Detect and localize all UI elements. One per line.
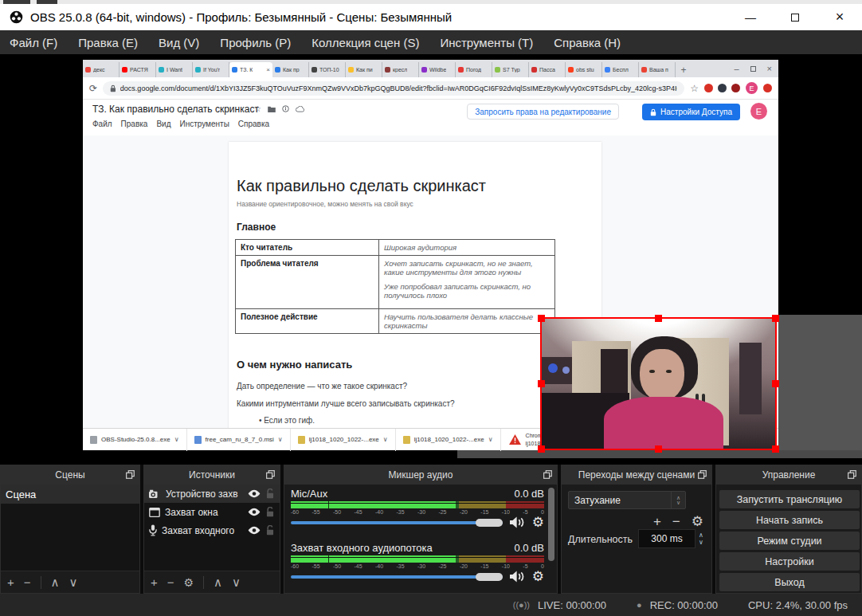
remove-source-button[interactable]: − [167,575,174,589]
docs-cloud-icon[interactable] [296,106,304,112]
source-properties-gear-icon[interactable]: ⚙ [184,576,194,589]
channel-gear-icon[interactable]: ⚙ [532,517,544,528]
move-scene-down-button[interactable]: ∨ [69,575,78,590]
chrome-tab[interactable]: obs stu [566,62,602,77]
close-button[interactable]: × [817,4,862,30]
chevron-down-icon[interactable]: ∨ [278,436,283,443]
chrome-tab[interactable]: I Want [156,62,193,77]
source-row-audio-input[interactable]: Захват входного [144,521,280,539]
mixer-scrollbar[interactable] [548,488,554,561]
transition-select[interactable]: Затухание ∧ ∨ [568,491,686,509]
download-item[interactable]: lj1018_1020_1022-...exe ∨ [396,429,501,451]
resize-handle-bottom-left[interactable] [538,445,545,453]
sources-panel-header[interactable]: Источники [144,465,280,485]
docs-menu-item[interactable]: Инструменты [179,120,229,128]
docs-star-icon[interactable]: ☆ [254,104,261,113]
menu-item[interactable]: Профиль (P) [220,36,291,49]
speaker-icon[interactable] [510,516,525,528]
unlock-icon[interactable] [265,507,275,517]
preview-canvas[interactable]: декс РАСТЯ I Want [0,54,862,465]
docs-folder-icon[interactable] [268,106,276,112]
eye-icon[interactable] [248,526,261,535]
docs-menu-item[interactable]: Правка [121,120,148,128]
refresh-icon[interactable]: ⟳ [89,83,97,94]
share-button[interactable]: Настройки Доступа [642,104,740,120]
speaker-icon[interactable] [510,571,525,583]
scenes-panel-header[interactable]: Сцены [1,465,139,485]
chrome-maximize-icon[interactable] [750,66,756,72]
chrome-close-icon[interactable]: × [767,64,772,73]
chrome-tab[interactable]: Как пр [272,62,309,77]
tab-close-icon[interactable]: × [266,66,270,73]
controls-panel-header[interactable]: Управление [716,465,861,485]
mixer-panel-header[interactable]: Микшер аудио [284,465,557,485]
menu-item[interactable]: Правка (E) [78,36,138,49]
slider-knob[interactable] [476,573,503,581]
chevron-down-icon[interactable]: ∨ [383,436,388,443]
extension-icon[interactable] [718,84,727,92]
docs-avatar[interactable]: Е [750,103,767,120]
popout-icon[interactable] [543,470,552,479]
add-source-button[interactable]: + [151,575,158,589]
docs-info-icon[interactable] [282,105,289,112]
move-source-down-button[interactable]: ∨ [232,575,241,590]
chevron-down-icon[interactable]: ∨ [174,436,179,443]
chrome-tab[interactable]: кресл [382,62,419,77]
extension-icon[interactable] [763,84,772,92]
docs-document-title[interactable]: ТЗ. Как правильно сделать скринкаст [92,104,259,115]
resize-handle-bottom-center[interactable] [655,445,662,453]
eye-icon[interactable] [248,508,261,516]
eye-icon[interactable] [248,489,261,498]
duration-spinner[interactable]: ∧ ∨ [695,529,707,548]
download-item[interactable]: free_cam_ru_8_7_0.msi ∨ [187,429,291,451]
docs-menu-item[interactable]: Справка [238,120,269,128]
move-scene-up-button[interactable]: ∧ [51,575,60,590]
transitions-panel-header[interactable]: Переходы между сценами [562,465,711,485]
chrome-tab[interactable]: Как пи [346,62,382,77]
settings-button[interactable]: Настройки [719,552,860,571]
chrome-tab[interactable]: If You'r [193,62,229,77]
move-source-up-button[interactable]: ∧ [214,575,222,590]
transition-gear-icon[interactable]: ⚙ [692,513,703,530]
popout-icon[interactable] [266,470,275,479]
resize-handle-top-right[interactable] [772,315,779,322]
chrome-tab[interactable]: РАСТЯ [120,62,156,77]
chrome-tab[interactable]: ТЗ. К × [229,62,272,77]
volume-slider[interactable] [291,572,503,582]
chrome-profile-avatar[interactable]: Е [746,82,758,94]
channel-gear-icon[interactable]: ⚙ [532,571,544,583]
start-recording-button[interactable]: Начать запись [719,511,860,529]
bookmark-star-icon[interactable]: ☆ [690,83,699,94]
studio-mode-button[interactable]: Режим студии [719,532,860,550]
request-edit-button[interactable]: Запросить права на редактирование [467,104,619,120]
extension-icon[interactable] [704,84,713,92]
start-streaming-button[interactable]: Запустить трансляцию [719,490,860,508]
remove-transition-button[interactable]: − [672,514,680,530]
docs-menu-item[interactable]: Вид [156,120,170,128]
chrome-tab[interactable]: Ваша п [639,62,676,77]
add-scene-button[interactable]: + [7,575,14,589]
remove-scene-button[interactable]: − [24,575,31,589]
source-row-video-capture[interactable]: Устройство захв [144,485,280,503]
chrome-tab[interactable]: S7 Тур [492,62,529,77]
exit-button[interactable]: Выход [719,573,860,591]
source-row-window-capture[interactable]: Захват окна [144,503,280,521]
duration-input[interactable]: 300 ms [638,529,695,548]
menu-item[interactable]: Справка (H) [554,36,621,49]
resize-handle-bottom-right[interactable] [772,445,779,453]
chrome-tab[interactable]: Погод [456,62,492,77]
popout-icon[interactable] [126,470,135,479]
chevron-down-icon[interactable]: ∨ [488,436,493,443]
download-item[interactable]: OBS-Studio-25.0.8...exe ∨ [83,429,187,451]
chrome-minimize-icon[interactable]: – [734,64,739,73]
scene-item-selected[interactable]: Сцена [1,485,139,504]
resize-handle-top-left[interactable] [538,315,545,322]
chrome-tab[interactable]: Беспл [602,62,639,77]
download-item[interactable]: lj1018_1020_1022-...exe ∨ [291,429,396,451]
chrome-tab[interactable]: ТОП-10 [309,62,346,77]
unlock-icon[interactable] [265,525,275,536]
maximize-button[interactable] [773,4,817,30]
menu-item[interactable]: Инструменты (Т) [440,36,533,49]
select-spinner[interactable]: ∧ ∨ [671,492,685,508]
webcam-source-selected[interactable] [540,317,777,450]
